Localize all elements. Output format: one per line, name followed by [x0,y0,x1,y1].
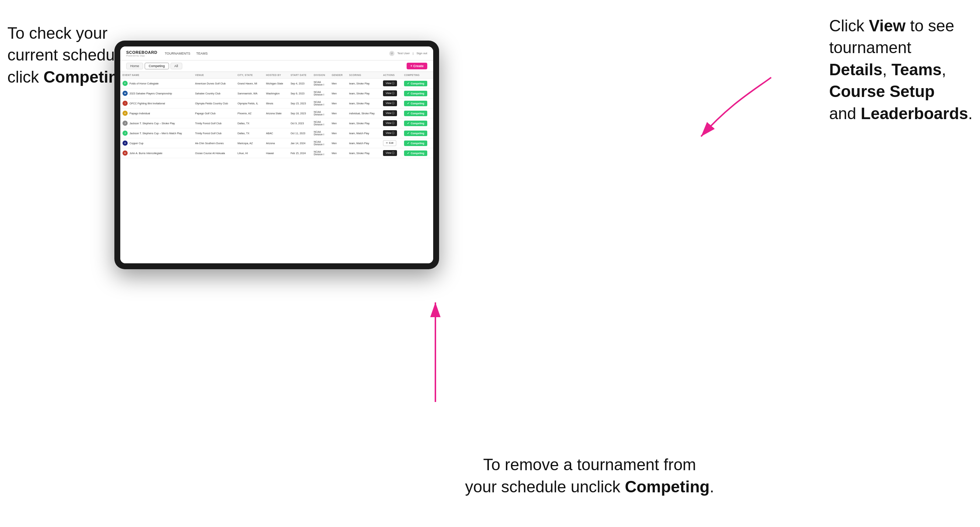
tablet: SCOREBOARD Powered by clipp TOURNAMENTS … [115,41,439,269]
cell-scoring: team, Stroke Play [347,148,381,158]
table-row: A Copper Cup Ak-Chin Southern DunesMaric… [120,138,433,148]
competing-check: ✓ [407,132,410,135]
competing-check: ✓ [407,141,410,145]
cell-venue: Ak-Chin Southern Dunes [193,138,235,148]
cell-event-name: J Jackson T. Stephens Cup – Men's Match … [120,129,193,138]
competing-button[interactable]: ✓ Competing [404,101,427,106]
col-venue: VENUE [193,72,235,79]
edit-button[interactable]: ✏ Edit [383,140,396,146]
col-start-date: START DATE [288,72,312,79]
annotation-top-left: To check your current schedule, click Co… [7,22,133,88]
view-button[interactable]: View ⓘ [383,120,397,126]
view-button[interactable]: View ⓘ [383,150,397,156]
competing-button[interactable]: ✓ Competing [404,151,427,156]
nav-tournaments[interactable]: TOURNAMENTS [165,50,190,57]
event-name-cell: A Copper Cup [123,141,191,146]
filter-competing[interactable]: Competing [145,63,169,69]
col-competing: COMPETING [402,72,433,79]
competing-check: ✓ [407,92,410,95]
cell-competing[interactable]: ✓ Competing [402,79,433,89]
competing-button[interactable]: ✓ Competing [404,141,427,146]
cell-gender: Men [329,98,347,108]
filter-all[interactable]: All [170,63,182,69]
tablet-screen: SCOREBOARD Powered by clipp TOURNAMENTS … [120,46,433,264]
cell-competing[interactable]: ✓ Competing [402,138,433,148]
nav-links: TOURNAMENTS TEAMS [165,50,389,57]
competing-check: ✓ [407,122,410,125]
cell-actions[interactable]: View ⓘ [381,108,402,118]
event-name-text: Copper Cup [129,142,143,144]
cell-actions[interactable]: View ⓘ [381,148,402,158]
cell-scoring: team, Stroke Play [347,79,381,89]
cell-start-date: Jan 14, 2024 [288,138,312,148]
competing-button[interactable]: ✓ Competing [404,81,427,86]
competing-button[interactable]: ✓ Competing [404,121,427,126]
annotation-competing-bottom-bold: Competing [625,478,710,496]
table-header-row: EVENT NAME VENUE CITY, STATE HOSTED BY S… [120,72,433,79]
cell-actions[interactable]: View ⓘ [381,118,402,129]
annotation-coursesetup-bold: Course Setup [829,82,935,100]
col-hosted-by: HOSTED BY [264,72,288,79]
cell-event-name: A Copper Cup [120,138,193,148]
cell-start-date: Sep 9, 2023 [288,89,312,98]
competing-button[interactable]: ✓ Competing [404,111,427,116]
event-name-cell: W 2023 Sahalee Players Championship [123,91,191,96]
view-button[interactable]: View ⓘ [383,110,397,116]
cell-competing[interactable]: ✓ Competing [402,118,433,129]
cell-hosted-by: Arizona State [264,108,288,118]
create-button[interactable]: + Create [407,63,427,69]
cell-event-name: I OFCC Fighting Illini Invitational [120,98,193,108]
event-name-cell: H John A. Burns Intercollegiate [123,151,191,156]
view-button[interactable]: View ⓘ [383,130,397,136]
cell-hosted-by [264,118,288,129]
cell-competing[interactable]: ✓ Competing [402,129,433,138]
tournament-table-container: EVENT NAME VENUE CITY, STATE HOSTED BY S… [120,72,433,264]
view-button[interactable]: View ⓘ [383,90,397,96]
cell-actions[interactable]: View ⓘ [381,89,402,98]
table-row: I OFCC Fighting Illini Invitational Olym… [120,98,433,108]
cell-gender: Men [329,118,347,129]
cell-city-state: Lihue, HI [235,148,264,158]
nav-teams[interactable]: TEAMS [196,50,208,57]
cell-hosted-by: Michigan State [264,79,288,89]
cell-venue: Olympia Fields Country Club [193,98,235,108]
table-body: F Folds of Honor Collegiate American Dun… [120,79,433,158]
cell-start-date: Sep 15, 2023 [288,98,312,108]
cell-actions[interactable]: View ⓘ [381,98,402,108]
cell-hosted-by: Arizona [264,138,288,148]
competing-button[interactable]: ✓ Competing [404,91,427,96]
col-city-state: CITY, STATE [235,72,264,79]
cell-division: NCAADivision I [312,129,329,138]
col-scoring: SCORING [347,72,381,79]
cell-start-date: Feb 15, 2024 [288,148,312,158]
cell-city-state: Sammamish, WA [235,89,264,98]
cell-actions[interactable]: ✏ Edit [381,138,402,148]
team-icon: A [123,141,128,146]
filter-home[interactable]: Home [126,63,143,69]
event-name-text: OFCC Fighting Illini Invitational [129,102,165,105]
nav-signout[interactable]: Sign out [417,52,427,55]
competing-button[interactable]: ✓ Competing [404,130,427,136]
cell-competing[interactable]: ✓ Competing [402,108,433,118]
cell-competing[interactable]: ✓ Competing [402,98,433,108]
cell-city-state: Olympia Fields, IL [235,98,264,108]
team-icon: A [123,111,128,116]
event-name-cell: J Jackson T. Stephens Cup – Stroke Play [123,121,191,126]
scoreboard-logo: SCOREBOARD Powered by clipp [126,50,157,57]
annotation-top-right: Click View to see tournament Details, Te… [829,15,973,124]
annotation-details-bold: Details [829,60,882,79]
cell-competing[interactable]: ✓ Competing [402,148,433,158]
cell-division: NCAADivision I [312,148,329,158]
event-name-cell: I OFCC Fighting Illini Invitational [123,101,191,106]
cell-actions[interactable]: View ⓘ [381,79,402,89]
cell-competing[interactable]: ✓ Competing [402,89,433,98]
cell-gender: Men [329,89,347,98]
view-button[interactable]: View ⓘ [383,80,397,86]
cell-actions[interactable]: View ⓘ [381,129,402,138]
cell-start-date: Oct 9, 2023 [288,118,312,129]
cell-event-name: F Folds of Honor Collegiate [120,79,193,89]
cell-venue: Sahalee Country Club [193,89,235,98]
cell-venue: Trinity Forest Golf Club [193,118,235,129]
view-button[interactable]: View ⓘ [383,100,397,106]
event-name-text: Jackson T. Stephens Cup – Stroke Play [129,122,175,125]
